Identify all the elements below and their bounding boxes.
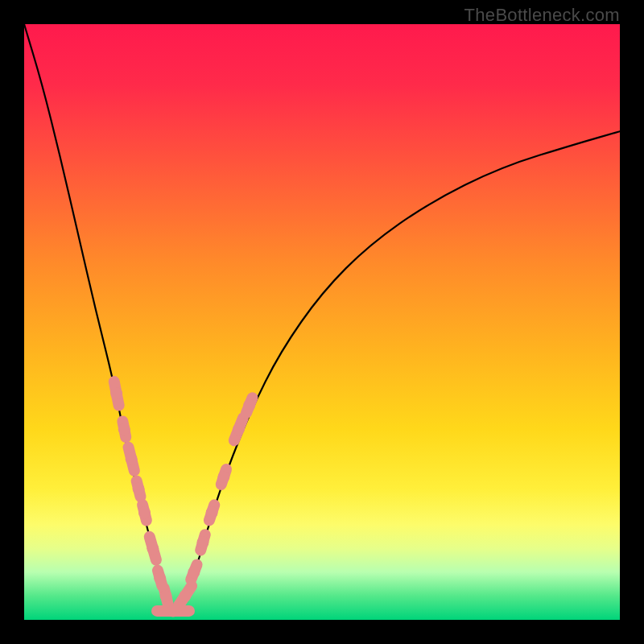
attribution-label: TheBottleneck.com <box>464 5 620 26</box>
chart-frame: TheBottleneck.com <box>0 0 644 644</box>
gradient-background <box>24 24 620 620</box>
